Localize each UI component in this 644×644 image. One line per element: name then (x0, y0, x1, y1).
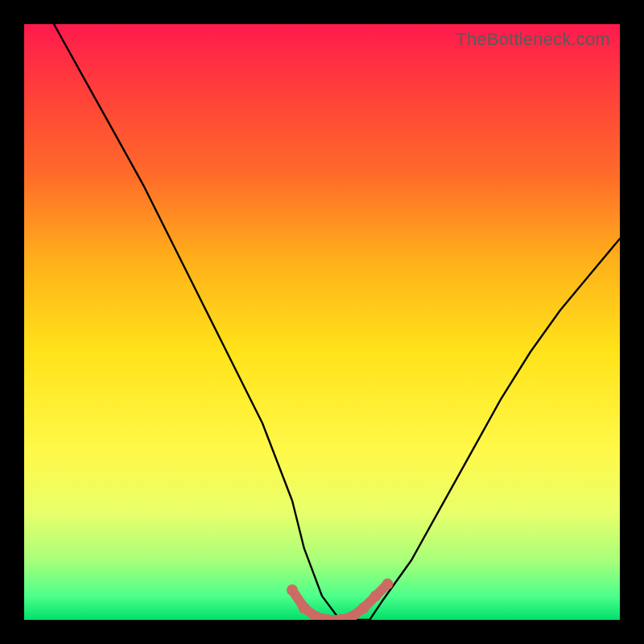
marker-dot (299, 602, 310, 613)
marker-dot (382, 579, 393, 590)
bottleneck-curve (54, 24, 620, 620)
chart-frame: TheBottleneck.com (0, 0, 644, 644)
marker-dot (287, 584, 298, 596)
plot-area: TheBottleneck.com (24, 24, 620, 620)
marker-dot (358, 602, 369, 613)
curve-layer (24, 24, 620, 620)
marker-dot (370, 590, 382, 601)
